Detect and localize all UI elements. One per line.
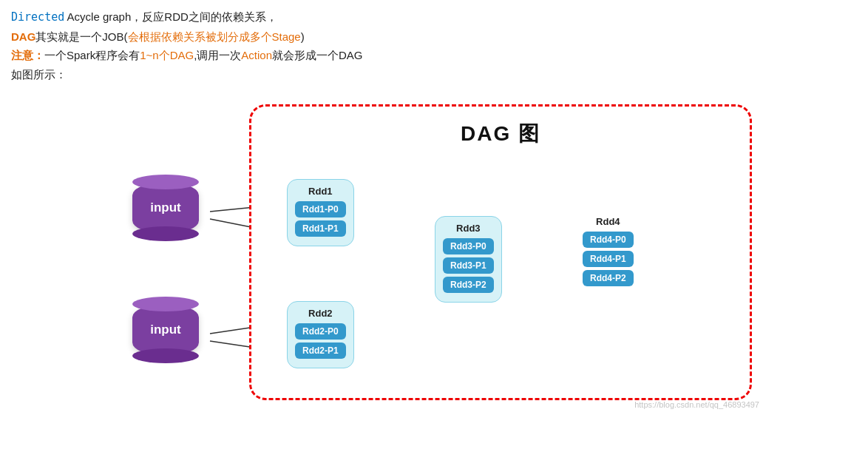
text-line3-note: 注意：	[11, 49, 44, 61]
text-line3-mid1: 一个Spark程序会有	[44, 49, 140, 61]
text-line3-mid2: ,调用一次	[194, 49, 241, 61]
rdd2-p0: Rdd2-P0	[295, 323, 346, 340]
dag-box: DAG 图 Rdd1 Rdd1-P0 Rdd1-P1 Rdd2 Rdd2-P0 …	[249, 104, 752, 400]
rdd1-title: Rdd1	[295, 186, 346, 197]
text-line2-middle: 其实就是一个JOB(	[35, 30, 127, 43]
text-line1-rest: Acycle graph，反应RDD之间的依赖关系，	[64, 10, 277, 23]
diagram-wrapper: input input DAG 图 Rdd1 Rdd1-P0 Rdd1-P1 R…	[101, 97, 767, 415]
rdd3-title: Rdd3	[443, 223, 494, 234]
text-line2-keyword: 会根据依赖关系被划分成多个Stage	[128, 30, 301, 43]
watermark: https://blog.csdn.net/qq_46893497	[634, 400, 759, 409]
rdd1-p1: Rdd1-P1	[295, 220, 346, 237]
input-cylinder-2: input	[132, 304, 199, 356]
text-line2-end: )	[301, 30, 305, 43]
rdd3-p1: Rdd3-P1	[443, 257, 494, 274]
rdd4-title: Rdd4	[583, 216, 634, 227]
input-cylinder-1: input	[132, 182, 199, 234]
text-line4: 如图所示：	[11, 68, 67, 81]
diagram-container: input input DAG 图 Rdd1 Rdd1-P0 Rdd1-P1 R…	[11, 97, 857, 415]
text-line3-kw1: 1~n个DAG	[140, 49, 194, 61]
rdd4-p0: Rdd4-P0	[583, 232, 634, 248]
text-line1-directed: Directed	[11, 10, 64, 24]
rdd4-p2: Rdd4-P2	[583, 270, 634, 286]
rdd2-p1: Rdd2-P1	[295, 343, 346, 359]
rdd3-p0: Rdd3-P0	[443, 238, 494, 254]
rdd4-group: Rdd4 Rdd4-P0 Rdd4-P1 Rdd4-P2	[583, 216, 634, 289]
text-line3-kw2: Action	[241, 49, 272, 61]
input-label-1: input	[132, 182, 199, 234]
input-label-2: input	[132, 304, 199, 356]
rdd3-p2: Rdd3-P2	[443, 277, 494, 293]
rdd1-group: Rdd1 Rdd1-P0 Rdd1-P1	[287, 179, 354, 246]
text-block: Directed Acycle graph，反应RDD之间的依赖关系， DAG其…	[11, 7, 857, 84]
rdd4-p1: Rdd4-P1	[583, 251, 634, 267]
dag-title: DAG 图	[251, 120, 750, 148]
rdd2-title: Rdd2	[295, 308, 346, 319]
rdd1-p0: Rdd1-P0	[295, 201, 346, 217]
text-line3-end: 就会形成一个DAG	[272, 49, 363, 61]
rdd3-group: Rdd3 Rdd3-P0 Rdd3-P1 Rdd3-P2	[435, 216, 502, 303]
rdd2-group: Rdd2 Rdd2-P0 Rdd2-P1	[287, 301, 354, 368]
text-line2-dag: DAG	[11, 30, 35, 43]
